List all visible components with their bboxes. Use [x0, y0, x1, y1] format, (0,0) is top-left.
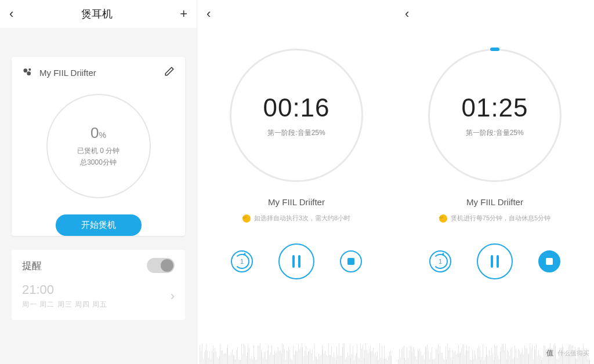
device-icon	[22, 67, 34, 78]
timer-circle: 01:25 第一阶段:音量25%	[428, 49, 562, 182]
repeat-once-button[interactable]: 1	[429, 250, 451, 272]
tip-text: 如选择自动执行3次，需大约8小时	[254, 214, 350, 223]
schedule-time: 21:00	[22, 282, 171, 297]
stop-button[interactable]	[340, 250, 362, 272]
timer-circle: 00:16 第一阶段:音量25%	[230, 49, 363, 182]
repeat-once-button[interactable]: 1	[231, 250, 253, 272]
svg-point-2	[28, 68, 31, 71]
timer-display: 01:25	[461, 93, 528, 122]
device-label: My FIIL Driifter	[197, 197, 396, 207]
reminder-toggle[interactable]	[147, 258, 175, 273]
progress-circle: 0% 已煲机 0 分钟 总3000分钟	[12, 88, 185, 203]
smiley-icon	[242, 214, 251, 223]
waveform	[197, 336, 396, 364]
back-button[interactable]: ‹	[9, 6, 13, 21]
device-name: My FIIL Driifter	[39, 68, 164, 78]
svg-point-1	[27, 71, 31, 75]
svg-point-0	[24, 68, 28, 72]
pause-button[interactable]	[278, 243, 314, 279]
percent-unit: %	[99, 130, 106, 140]
chevron-right-icon: ›	[171, 289, 175, 304]
stage-label: 第一阶段:音量25%	[466, 128, 523, 138]
schedule-days: 周一 周二 周三 周四 周五	[22, 300, 171, 310]
back-button[interactable]: ‹	[207, 6, 211, 21]
total-minutes: 总3000分钟	[80, 157, 117, 168]
tip-text: 煲机进行每75分钟，自动休息5分钟	[451, 214, 550, 223]
add-button[interactable]: +	[180, 6, 187, 21]
device-label: My FIIL Driifter	[396, 197, 594, 207]
stop-button[interactable]	[538, 250, 560, 272]
edit-icon[interactable]	[164, 66, 175, 79]
smiley-icon	[439, 214, 447, 223]
back-button[interactable]: ‹	[405, 6, 409, 21]
stage-label: 第一阶段:音量25%	[267, 128, 325, 138]
reminder-label: 提醒	[22, 259, 147, 272]
progress-marker	[490, 48, 499, 51]
progress-percent: 0	[90, 124, 99, 141]
burned-minutes: 已煲机 0 分钟	[77, 145, 119, 156]
timer-display: 00:16	[263, 93, 329, 122]
pause-button[interactable]	[477, 243, 513, 279]
schedule-row[interactable]: 21:00 周一 周二 周三 周四 周五 ›	[12, 279, 185, 320]
start-burn-button[interactable]: 开始煲机	[56, 214, 142, 236]
watermark: 值 什么值得买	[545, 348, 589, 358]
page-title: 煲耳机	[13, 7, 180, 21]
